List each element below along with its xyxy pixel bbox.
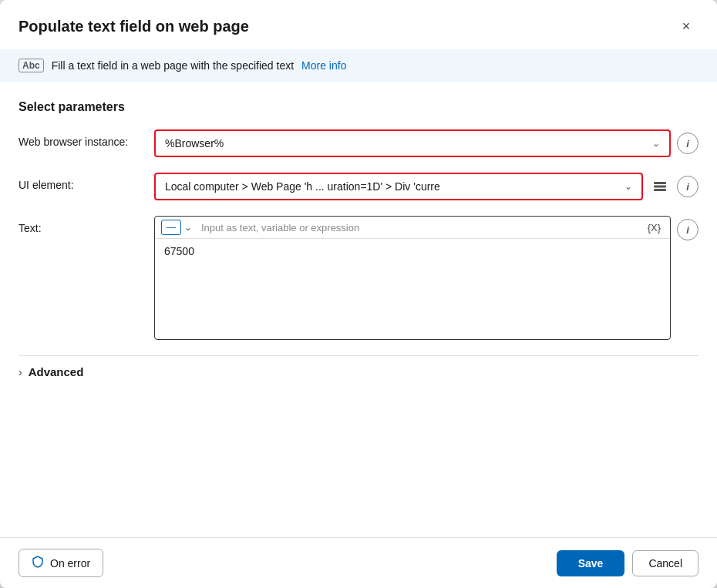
ui-element-control: Local computer > Web Page 'h ... uration… — [154, 173, 698, 200]
advanced-section[interactable]: › Advanced — [19, 355, 698, 388]
info-banner-text: Fill a text field in a web page with the… — [52, 59, 294, 72]
save-button[interactable]: Save — [557, 550, 625, 576]
ui-element-info-icon[interactable]: i — [677, 176, 698, 197]
layers-icon[interactable] — [649, 176, 671, 197]
abc-icon: Abc — [19, 59, 44, 72]
text-area-wrapper: — ⌄ Input as text, variable or expressio… — [154, 216, 671, 340]
browser-instance-control: %Browser% ⌄ i — [154, 129, 698, 157]
text-info-icon[interactable]: i — [677, 219, 698, 240]
toolbar-chevron-icon[interactable]: ⌄ — [184, 222, 192, 233]
ui-element-label: UI element: — [19, 173, 142, 191]
text-control: — ⌄ Input as text, variable or expressio… — [154, 216, 698, 340]
info-banner: Abc Fill a text field in a web page with… — [0, 49, 717, 82]
expression-button[interactable]: {X} — [645, 220, 664, 235]
browser-instance-info-icon[interactable]: i — [677, 133, 698, 154]
svg-rect-1 — [654, 186, 666, 188]
section-title: Select parameters — [19, 100, 698, 114]
text-area-toolbar: — ⌄ Input as text, variable or expressio… — [155, 217, 670, 239]
more-info-link[interactable]: More info — [301, 59, 346, 72]
svg-rect-2 — [654, 189, 666, 191]
chevron-down-icon: ⌄ — [624, 181, 632, 192]
advanced-chevron-icon: › — [19, 366, 22, 378]
dialog-footer: On error Save Cancel — [0, 537, 717, 588]
cancel-button[interactable]: Cancel — [632, 550, 698, 576]
svg-rect-0 — [654, 182, 666, 184]
ui-element-select[interactable]: Local computer > Web Page 'h ... uration… — [154, 173, 643, 200]
dialog-header: Populate text field on web page × — [0, 0, 717, 49]
ui-element-row: UI element: Local computer > Web Page 'h… — [19, 173, 698, 200]
ui-element-value: Local computer > Web Page 'h ... uration… — [165, 180, 440, 193]
browser-instance-label: Web browser instance: — [19, 129, 142, 148]
browser-instance-select[interactable]: %Browser% ⌄ — [154, 129, 671, 157]
chevron-down-icon: ⌄ — [652, 138, 660, 149]
dialog: Populate text field on web page × Abc Fi… — [0, 0, 717, 588]
browser-instance-value: %Browser% — [165, 137, 224, 150]
on-error-label: On error — [50, 557, 90, 570]
text-label: Text: — [19, 216, 142, 234]
browser-instance-row: Web browser instance: %Browser% ⌄ i — [19, 129, 698, 157]
footer-actions: Save Cancel — [557, 550, 698, 576]
shield-icon — [32, 556, 44, 570]
close-button[interactable]: × — [674, 14, 698, 39]
on-error-button[interactable]: On error — [19, 549, 103, 577]
advanced-label: Advanced — [29, 365, 84, 378]
text-type-button[interactable]: — — [161, 220, 181, 235]
dialog-title: Populate text field on web page — [19, 18, 249, 35]
dialog-body: Select parameters Web browser instance: … — [0, 88, 717, 537]
text-field-row: Text: — ⌄ Input as text, variable or exp… — [19, 216, 698, 340]
text-placeholder: Input as text, variable or expression — [195, 222, 641, 234]
text-area-content[interactable]: 67500 — [155, 239, 670, 339]
